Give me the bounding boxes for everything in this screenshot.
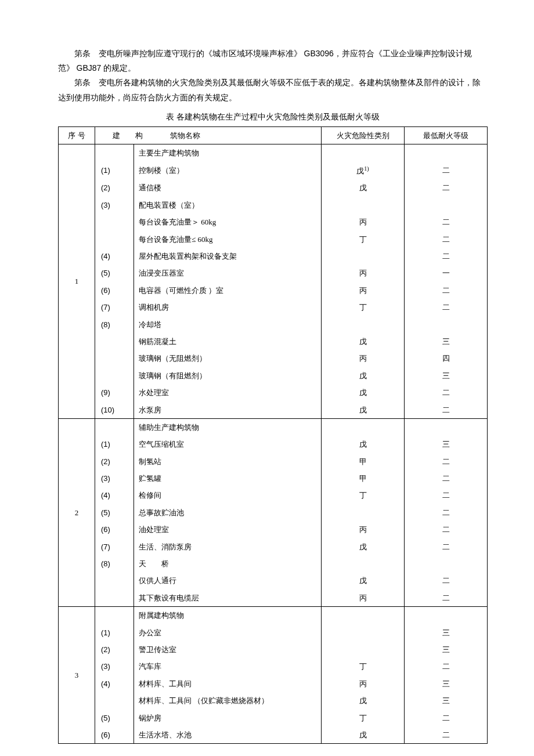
building-name: 生活、消防泵房 — [134, 538, 322, 555]
sub-index: (4) — [95, 675, 134, 692]
table-row: (7)生活、消防泵房戊二 — [59, 538, 488, 555]
fire-cell — [405, 555, 488, 572]
sub-index: (8) — [95, 316, 134, 333]
table-row: (9)水处理室戊二 — [59, 384, 488, 401]
hazard-cell: 戊1) — [322, 162, 405, 180]
fire-cell — [405, 197, 488, 214]
section-seq: 2 — [59, 418, 95, 606]
table-row: (5)油浸变压器室丙一 — [59, 265, 488, 281]
hazard-cell: 丙 — [322, 675, 405, 692]
sub-index — [95, 692, 134, 709]
fire-cell — [405, 316, 488, 333]
hazard-cell: 戊 — [322, 401, 405, 419]
fire-cell: 二 — [405, 726, 488, 744]
sub-index — [95, 350, 134, 367]
hazard-cell: 丁 — [322, 231, 405, 248]
fire-cell: 四 — [405, 350, 488, 367]
gb-ref-2: GBJ87 — [77, 63, 102, 73]
table-header-row: 序 号 建 构 筑物名称 火灾危险性类别 最低耐火等级 — [59, 126, 488, 144]
table-row: (1)控制楼（室）戊1)二 — [59, 162, 488, 180]
building-name: 钢筋混凝土 — [134, 333, 322, 350]
hazard-cell: 丁 — [322, 658, 405, 675]
table-row: 玻璃钢（有阻燃剂）戊三 — [59, 367, 488, 384]
hazard-cell — [322, 316, 405, 333]
building-name: 每台设备充油量≤ 60kg — [134, 231, 322, 248]
fire-cell: 三 — [405, 692, 488, 709]
sub-index — [95, 367, 134, 384]
hazard-cell: 丁 — [322, 710, 405, 726]
building-name: 配电装置楼（室） — [134, 197, 322, 214]
sub-index: (5) — [95, 265, 134, 281]
hazard-cell — [322, 624, 405, 641]
sub-index: (2) — [95, 453, 134, 470]
table-row: (2)制氢站甲二 — [59, 453, 488, 470]
sub-index: (9) — [95, 384, 134, 401]
fire-cell: 二 — [405, 658, 488, 675]
fire-cell: 二 — [405, 589, 488, 607]
table-row: (4)检修间丁二 — [59, 487, 488, 504]
table-row: (8)天 桥 — [59, 555, 488, 572]
section-title: 辅助生产建构筑物 — [134, 418, 322, 436]
fire-cell: 二 — [405, 401, 488, 419]
header-name-b: 筑物名称 — [170, 131, 200, 140]
fire-cell: 一 — [405, 265, 488, 281]
fire-cell: 三 — [405, 367, 488, 384]
hazard-cell: 戊 — [322, 367, 405, 384]
hazard-cell: 丙 — [322, 265, 405, 281]
sub-index: (4) — [95, 248, 134, 265]
table-row: 仅供人通行戊二 — [59, 572, 488, 589]
hazard-cell — [322, 504, 405, 521]
table-row: (3)贮氢罐甲二 — [59, 470, 488, 487]
section-title: 附属建构筑物 — [134, 607, 322, 624]
fire-cell: 二 — [405, 282, 488, 299]
table-row: 每台设备充油量＞ 60kg丙二 — [59, 214, 488, 230]
sub-index: (1) — [95, 624, 134, 641]
hazard-cell: 戊 — [322, 572, 405, 589]
building-name: 控制楼（室） — [134, 162, 322, 180]
fire-cell: 二 — [405, 538, 488, 555]
fire-cell: 二 — [405, 162, 488, 180]
header-name-a: 建 构 — [113, 131, 143, 140]
building-name: 通信楼 — [134, 179, 322, 196]
sub-index: (10) — [95, 401, 134, 419]
fire-cell: 三 — [405, 436, 488, 453]
sub-index: (6) — [95, 521, 134, 538]
hazard-cell — [322, 197, 405, 214]
building-name: 生活水塔、水池 — [134, 726, 322, 744]
sub-index: (5) — [95, 710, 134, 726]
table-row: 每台设备充油量≤ 60kg丁二 — [59, 231, 488, 248]
building-name: 油处理室 — [134, 521, 322, 538]
building-name: 玻璃钢（无阻燃剂） — [134, 350, 322, 367]
building-name: 制氢站 — [134, 453, 322, 470]
sub-index: (7) — [95, 538, 134, 555]
hazard-cell — [322, 607, 405, 624]
fire-cell: 二 — [405, 487, 488, 504]
fire-cell: 二 — [405, 504, 488, 521]
hazard-cell — [322, 418, 405, 436]
hazard-cell — [322, 248, 405, 265]
table-row: (6)油处理室丙二 — [59, 521, 488, 538]
hazard-cell: 戊 — [322, 692, 405, 709]
fire-cell: 二 — [405, 299, 488, 316]
table-row: 钢筋混凝土戊三 — [59, 333, 488, 350]
building-name: 水处理室 — [134, 384, 322, 401]
hazard-cell: 甲 — [322, 453, 405, 470]
table-caption: 表 各建构筑物在生产过程中火灾危险性类别及最低耐火等级 — [58, 110, 488, 124]
sub-index — [95, 418, 134, 436]
hazard-cell — [322, 641, 405, 658]
sub-index: (1) — [95, 162, 134, 180]
table-row: (6)电容器（可燃性介质 ）室丙二 — [59, 282, 488, 299]
header-seq: 序 号 — [59, 126, 95, 144]
fire-cell — [405, 144, 488, 162]
section-seq: 3 — [59, 607, 95, 744]
hazard-cell: 戊 — [322, 436, 405, 453]
building-name: 冷却塔 — [134, 316, 322, 333]
fire-cell: 三 — [405, 641, 488, 658]
sub-index: (2) — [95, 641, 134, 658]
building-name: 屋外配电装置构架和设备支架 — [134, 248, 322, 265]
building-name: 办公室 — [134, 624, 322, 641]
table-row: 玻璃钢（无阻燃剂）丙四 — [59, 350, 488, 367]
sub-index: (6) — [95, 282, 134, 299]
building-name: 警卫传达室 — [134, 641, 322, 658]
fire-cell: 二 — [405, 572, 488, 589]
